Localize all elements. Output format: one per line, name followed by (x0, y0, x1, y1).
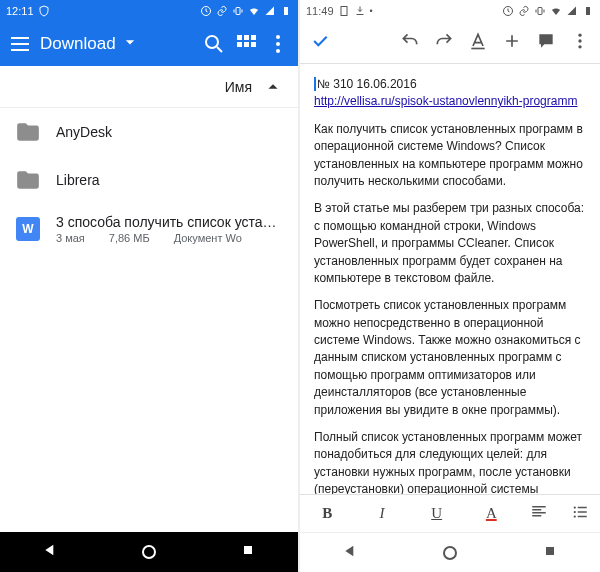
svg-rect-13 (244, 546, 252, 554)
status-time: 12:11 (6, 5, 34, 17)
paragraph: В этой статье мы разберем три разных спо… (314, 200, 586, 287)
nav-recent-button[interactable] (542, 543, 558, 563)
align-left-icon (530, 503, 548, 521)
nav-home-button[interactable] (142, 545, 156, 559)
svg-rect-2 (284, 7, 288, 15)
document-body[interactable]: № 310 16.06.2016 http://vellisa.ru/spiso… (300, 64, 600, 494)
paragraph: Полный список установленных программ мож… (314, 429, 586, 494)
battery-icon (280, 5, 292, 17)
signal-icon (264, 5, 276, 17)
svg-rect-17 (586, 7, 590, 15)
list-item[interactable]: W 3 способа получить список устано… 3 ма… (0, 204, 298, 254)
clock-icon (200, 5, 212, 17)
doc-number-date: № 310 16.06.2016 (314, 77, 417, 91)
paragraph: Посмотреть список установленных программ… (314, 297, 586, 419)
svg-point-20 (578, 45, 581, 48)
shield-icon (38, 5, 50, 17)
insert-button[interactable] (502, 31, 522, 55)
appbar-title-dropdown[interactable]: Download (40, 32, 194, 57)
svg-rect-4 (237, 35, 242, 40)
file-list: AnyDesk Librera W 3 способа получить спи… (0, 108, 298, 532)
dot-icon: • (370, 6, 373, 16)
overflow-button[interactable] (266, 32, 290, 56)
chevron-up-icon (262, 76, 284, 98)
more-vert-icon (570, 31, 590, 51)
align-button[interactable] (530, 503, 548, 525)
status-bar: 11:49 • (300, 0, 600, 22)
svg-point-3 (206, 36, 218, 48)
svg-point-23 (573, 515, 575, 517)
list-item[interactable]: Librera (0, 156, 298, 204)
item-type: Документ Wo (174, 232, 242, 244)
grid-icon (234, 32, 258, 56)
svg-point-12 (276, 49, 280, 53)
svg-rect-8 (244, 42, 249, 47)
view-grid-button[interactable] (234, 32, 258, 56)
comment-button[interactable] (536, 31, 556, 55)
paragraph: Как получить список установленных програ… (314, 121, 586, 191)
svg-rect-6 (251, 35, 256, 40)
menu-button[interactable] (8, 32, 32, 56)
svg-point-21 (573, 506, 575, 508)
appbar-title: Download (40, 34, 116, 54)
item-name: AnyDesk (56, 124, 284, 140)
circle-home-icon (443, 546, 457, 560)
chevron-down-icon (120, 32, 140, 52)
overflow-button[interactable] (570, 31, 590, 55)
triangle-back-icon (42, 542, 58, 558)
text-color-button[interactable]: A (475, 505, 507, 522)
svg-point-18 (578, 33, 581, 36)
hamburger-icon (8, 32, 32, 56)
link-icon (216, 5, 228, 17)
underline-button[interactable]: U (421, 505, 453, 522)
word-doc-icon: W (16, 217, 40, 241)
comment-icon (536, 31, 556, 51)
svg-point-19 (578, 39, 581, 42)
square-recent-icon (240, 542, 256, 558)
signal-icon (566, 5, 578, 17)
plus-icon (502, 31, 522, 51)
docs-editor-screen: 11:49 • № 310 16.06.2016 (300, 0, 600, 572)
search-button[interactable] (202, 32, 226, 56)
italic-button[interactable]: I (366, 505, 398, 522)
svg-point-22 (573, 510, 575, 512)
svg-rect-9 (251, 42, 256, 47)
done-button[interactable] (310, 31, 330, 55)
list-item[interactable]: AnyDesk (0, 108, 298, 156)
text-format-button[interactable] (468, 31, 488, 55)
docs-icon (338, 5, 350, 17)
format-toolbar: B I U A (300, 494, 600, 532)
redo-button[interactable] (434, 31, 454, 55)
svg-point-10 (276, 35, 280, 39)
wifi-icon (550, 5, 562, 17)
nav-home-button[interactable] (443, 546, 457, 560)
svg-rect-16 (538, 8, 542, 15)
folder-icon (15, 167, 41, 193)
list-bulleted-icon (571, 503, 589, 521)
svg-rect-7 (237, 42, 242, 47)
more-vert-icon (266, 32, 290, 56)
check-icon (310, 31, 330, 51)
battery-icon (582, 5, 594, 17)
doc-source-link[interactable]: http://vellisa.ru/spisok-ustanovlennyikh… (314, 94, 577, 108)
bullet-list-button[interactable] (571, 503, 589, 525)
download-icon (354, 5, 366, 17)
app-bar: Download (0, 22, 298, 66)
sort-label: Имя (225, 79, 252, 95)
sort-header[interactable]: Имя (0, 66, 298, 108)
wifi-icon (248, 5, 260, 17)
editor-toolbar (300, 22, 600, 64)
system-nav-bar (300, 532, 600, 572)
files-app-screen: 12:11 Download Имя (0, 0, 300, 572)
nav-recent-button[interactable] (240, 542, 256, 562)
status-time: 11:49 (306, 5, 334, 17)
status-bar: 12:11 (0, 0, 298, 22)
undo-button[interactable] (400, 31, 420, 55)
text-format-icon (468, 31, 488, 51)
nav-back-button[interactable] (42, 542, 58, 562)
triangle-back-icon (342, 543, 358, 559)
clock-icon (502, 5, 514, 17)
svg-rect-1 (236, 8, 240, 15)
nav-back-button[interactable] (342, 543, 358, 563)
bold-button[interactable]: B (311, 505, 343, 522)
